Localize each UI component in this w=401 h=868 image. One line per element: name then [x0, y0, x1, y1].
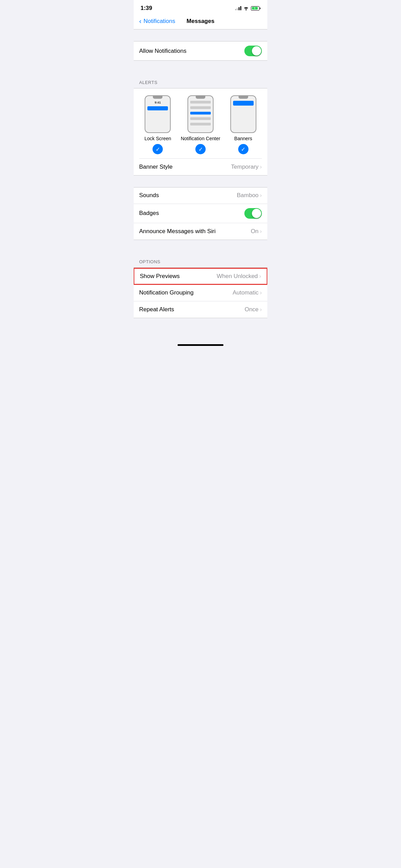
repeat-alerts-label: Repeat Alerts — [139, 306, 174, 313]
phone-content-lockscreen: 9:41 — [145, 99, 170, 132]
announce-messages-label: Announce Messages with Siri — [139, 228, 216, 235]
repeat-alerts-value: Once — [245, 306, 259, 313]
badges-toggle-knob — [252, 209, 261, 218]
home-bar — [178, 344, 223, 346]
banners-checkmark: ✓ — [241, 146, 245, 153]
repeat-alerts-row[interactable]: Repeat Alerts Once › — [134, 301, 267, 318]
section-spacer-4 — [134, 240, 267, 252]
announce-chevron-icon: › — [260, 228, 262, 235]
banners-mockup — [230, 95, 256, 133]
badges-row[interactable]: Badges — [134, 204, 267, 223]
alerts-options-container: 9:41 Lock Screen ✓ Notifica — [134, 88, 267, 158]
show-previews-value: When Unlocked — [217, 273, 258, 280]
sounds-row[interactable]: Sounds Bamboo › — [134, 188, 267, 204]
back-button[interactable]: ‹ Notifications — [139, 17, 180, 25]
lock-screen-label: Lock Screen — [144, 136, 171, 141]
allow-notifications-row[interactable]: Allow Notifications — [134, 41, 267, 60]
status-time: 1:39 — [141, 5, 152, 12]
nav-bar: ‹ Notifications Messages — [134, 14, 267, 29]
banner-style-value-container: Temporary › — [231, 164, 262, 170]
notification-center-check: ✓ — [195, 144, 206, 154]
phone-notch — [153, 96, 162, 99]
notification-center-mockup — [187, 95, 214, 133]
show-previews-value-container: When Unlocked › — [217, 273, 261, 280]
notification-center-option[interactable]: Notification Center ✓ — [179, 95, 222, 154]
back-chevron-icon: ‹ — [139, 17, 142, 25]
sounds-label: Sounds — [139, 192, 159, 199]
banners-option[interactable]: Banners ✓ — [222, 95, 265, 154]
banners-check: ✓ — [238, 144, 248, 154]
banners-label: Banners — [234, 136, 252, 141]
wifi-icon — [243, 6, 249, 10]
back-label: Notifications — [144, 18, 175, 25]
announce-messages-value: On — [251, 228, 259, 235]
lock-screen-option[interactable]: 9:41 Lock Screen ✓ — [136, 95, 179, 154]
nc-bar-2 — [190, 106, 211, 109]
banner-style-row[interactable]: Banner Style Temporary › — [134, 159, 267, 175]
svg-point-0 — [245, 9, 246, 10]
notification-grouping-row[interactable]: Notification Grouping Automatic › — [134, 285, 267, 301]
alerts-header-text: ALERTS — [139, 80, 157, 85]
sounds-chevron-icon: › — [260, 192, 262, 199]
badges-toggle[interactable] — [244, 208, 262, 219]
notification-grouping-value-container: Automatic › — [233, 289, 262, 296]
section-spacer-1 — [134, 29, 267, 41]
toggle-knob — [252, 46, 261, 56]
allow-notifications-label: Allow Notifications — [139, 48, 186, 55]
repeat-alerts-value-container: Once › — [245, 306, 262, 313]
show-previews-label: Show Previews — [140, 273, 180, 280]
section-spacer-2 — [134, 61, 267, 72]
lock-screen-checkmark: ✓ — [156, 146, 160, 153]
home-indicator — [134, 339, 267, 349]
notification-grouping-chevron-icon: › — [260, 289, 262, 296]
notification-center-checkmark: ✓ — [198, 146, 203, 153]
allow-notifications-toggle[interactable] — [244, 46, 262, 56]
notification-center-label: Notification Center — [181, 136, 220, 141]
options-section: Show Previews When Unlocked › Notificati… — [134, 267, 267, 318]
nc-bar-4 — [190, 123, 211, 125]
nc-bar-3 — [190, 117, 211, 120]
show-previews-row[interactable]: Show Previews When Unlocked › — [134, 268, 267, 285]
sounds-badges-section: Sounds Bamboo › Badges Announce Messages… — [134, 187, 267, 240]
announce-messages-value-container: On › — [251, 228, 262, 235]
alerts-section-header: ALERTS — [134, 72, 267, 88]
section-spacer-5 — [134, 318, 267, 339]
phone-content-nc — [188, 99, 213, 132]
announce-messages-row[interactable]: Announce Messages with Siri On › — [134, 223, 267, 240]
sounds-value-container: Bamboo › — [237, 192, 262, 199]
page-title: Messages — [180, 18, 221, 25]
options-header-text: OPTIONS — [139, 259, 160, 264]
phone-notch-banners — [239, 96, 248, 99]
show-previews-chevron-icon: › — [259, 273, 261, 280]
notification-grouping-label: Notification Grouping — [139, 289, 194, 296]
banner-style-value: Temporary — [231, 164, 258, 170]
nc-bar-1 — [190, 101, 211, 104]
phone-content-banners — [231, 99, 256, 132]
options-section-header: OPTIONS — [134, 252, 267, 267]
banner-style-label: Banner Style — [139, 164, 172, 170]
battery-icon — [251, 6, 260, 11]
nc-bar-blue — [190, 112, 211, 114]
notification-grouping-value: Automatic — [233, 289, 259, 296]
repeat-alerts-chevron-icon: › — [260, 306, 262, 313]
sounds-value: Bamboo — [237, 192, 258, 199]
banner-bar — [233, 101, 254, 106]
phone-notch-nc — [196, 96, 205, 99]
section-spacer-3 — [134, 176, 267, 187]
banner-style-chevron-icon: › — [260, 164, 262, 170]
badges-label: Badges — [139, 210, 159, 217]
status-icons — [235, 6, 260, 11]
lock-screen-mockup: 9:41 — [145, 95, 171, 133]
allow-notifications-section: Allow Notifications — [134, 41, 267, 61]
status-bar: 1:39 — [134, 0, 267, 14]
lock-screen-check: ✓ — [153, 144, 163, 154]
lockscreen-notification-bar — [147, 106, 168, 110]
signal-icon — [235, 6, 241, 10]
alerts-section: 9:41 Lock Screen ✓ Notifica — [134, 88, 267, 176]
phone-time: 9:41 — [147, 101, 168, 104]
